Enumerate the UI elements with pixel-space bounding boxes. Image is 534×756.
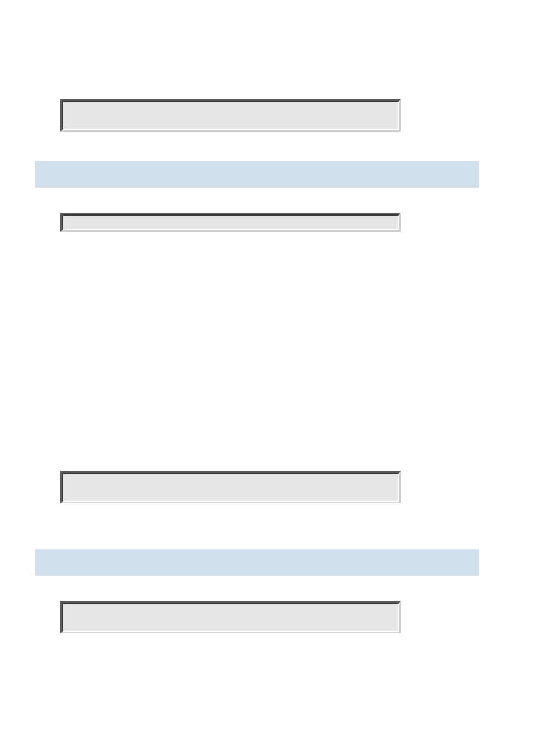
inset-panel-2 [60, 213, 401, 232]
inset-panel-4 [60, 601, 401, 633]
inset-panel-1 [60, 99, 401, 132]
heading-band-2 [35, 549, 479, 576]
inset-panel-3 [60, 471, 401, 503]
heading-band-1 [35, 161, 479, 188]
document-page [0, 0, 534, 756]
